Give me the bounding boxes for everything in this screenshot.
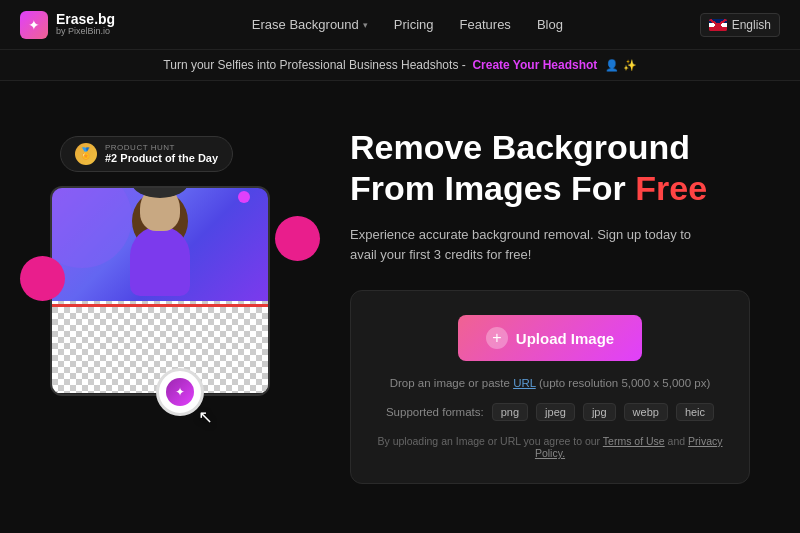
upload-box: + Upload Image Drop an image or paste UR…	[350, 290, 750, 484]
terms-of-use-link[interactable]: Terms of Use	[603, 435, 665, 447]
nav-erase-background[interactable]: Erase Background ▾	[242, 11, 378, 38]
language-button[interactable]: English	[700, 13, 780, 37]
image-photo-half	[52, 188, 268, 301]
demo-image-card	[50, 186, 270, 396]
format-webp: webp	[624, 403, 668, 421]
deco-circle-right	[275, 216, 320, 261]
language-label: English	[732, 18, 771, 32]
logo-title: Erase.bg	[56, 12, 115, 27]
flag-icon	[709, 19, 727, 31]
medal-icon: 🏅	[75, 143, 97, 165]
logo-subtitle: by PixelBin.io	[56, 27, 115, 37]
woman-head	[140, 188, 180, 231]
nav-blog[interactable]: Blog	[527, 11, 573, 38]
logo-icon: ✦	[20, 11, 48, 39]
hero-image-section: 🏅 PRODUCT HUNT #2 Product of the Day	[30, 136, 330, 476]
navbar: ✦ Erase.bg by PixelBin.io Erase Backgrou…	[0, 0, 800, 50]
ph-rank: #2 Product of the Day	[105, 152, 218, 165]
hero-subtitle: Experience accurate background removal. …	[350, 225, 710, 267]
hero-text-section: Remove Background From Images For Free E…	[350, 127, 750, 484]
hero-title: Remove Background From Images For Free	[350, 127, 750, 209]
formats-row: Supported formats: png jpeg jpg webp hei…	[375, 403, 725, 421]
chevron-down-icon: ▾	[363, 20, 368, 30]
format-heic: heic	[676, 403, 714, 421]
deco-circle-left	[20, 256, 65, 301]
promo-banner: Turn your Selfies into Professional Busi…	[0, 50, 800, 81]
product-hunt-badge[interactable]: 🏅 PRODUCT HUNT #2 Product of the Day	[60, 136, 233, 173]
ph-label: PRODUCT HUNT	[105, 143, 218, 153]
banner-text: Turn your Selfies into Professional Busi…	[163, 58, 469, 72]
upload-button-label: Upload Image	[516, 330, 614, 347]
person-icon: 👤	[605, 59, 619, 72]
terms-text: By uploading an Image or URL you agree t…	[375, 435, 725, 459]
woman-hat	[132, 188, 188, 198]
upload-hint: Drop an image or paste URL (upto resolut…	[375, 377, 725, 389]
erase-tool-button[interactable]: ✦	[156, 368, 204, 416]
cut-line	[52, 304, 268, 307]
erase-tool-icon: ✦	[166, 378, 194, 406]
hero-title-highlight: Free	[635, 169, 707, 207]
format-jpeg: jpeg	[536, 403, 575, 421]
main-content: 🏅 PRODUCT HUNT #2 Product of the Day	[0, 81, 800, 530]
banner-link[interactable]: Create Your Headshot	[472, 58, 597, 72]
formats-label: Supported formats:	[386, 406, 484, 418]
cursor-icon: ↖	[198, 406, 213, 428]
nav-features[interactable]: Features	[450, 11, 521, 38]
url-paste-link[interactable]: URL	[513, 377, 536, 389]
format-png: png	[492, 403, 528, 421]
nav-right: English	[700, 13, 780, 37]
format-jpg: jpg	[583, 403, 616, 421]
woman-body	[130, 226, 190, 296]
upload-image-button[interactable]: + Upload Image	[458, 315, 642, 361]
logo[interactable]: ✦ Erase.bg by PixelBin.io	[20, 11, 115, 39]
nav-links: Erase Background ▾ Pricing Features Blog	[242, 11, 573, 38]
sparkle-icon: ✨	[623, 59, 637, 72]
plus-icon: +	[486, 327, 508, 349]
woman-figure	[115, 188, 205, 301]
deco-circle-small	[238, 191, 250, 203]
nav-pricing[interactable]: Pricing	[384, 11, 444, 38]
